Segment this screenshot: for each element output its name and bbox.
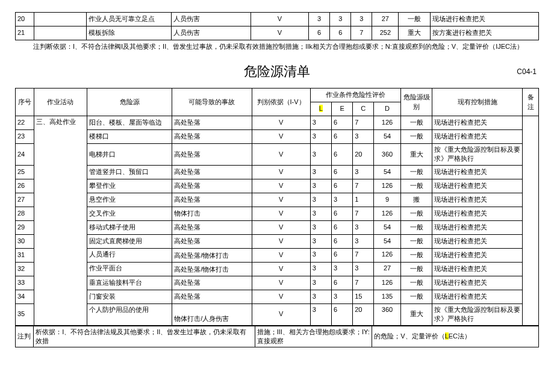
note-p2: 析依据：I、不符合法律法规及其他要求；II、曾发生过事故，仍未采取有效措 [34,326,255,347]
cell-basis: V [252,262,310,276]
cell-d: 126 [374,179,400,193]
cell-level: 一般 [400,116,432,130]
cell-ctrl: 现场进行检查把关 [432,193,523,207]
cell-d: 126 [374,248,400,262]
col-c: C [353,102,374,116]
cell-seq: 25 [16,165,34,179]
cell-ctrl: 现场进行检查把关 [432,220,523,234]
cell-d: 126 [374,116,400,130]
cell-d: 54 [374,165,400,179]
cell-seq: 29 [16,220,34,234]
cell-haz: 作业平面台 [87,262,172,276]
cell-basis: V [252,193,310,207]
cell-seq: 32 [16,262,34,276]
cell-seq: 24 [16,144,34,166]
cell-e: 6 [331,116,352,130]
cell-level: 一般 [400,220,432,234]
cell-ctrl: 现场进行检查把关 [432,290,523,303]
cell-e: 3 [330,13,351,26]
cell-ctrl: 现场进行检查把关 [432,165,523,179]
cell-level: 重大 [400,303,432,325]
document-title: 危险源清单 [244,63,310,81]
cell-seq: 35 [16,303,34,325]
header-row-1: 序号 作业活动 危险源 可能导致的事故 判别依据（I-V） 作业条件危险性评价 … [16,89,539,102]
cell-seq: 30 [16,234,34,248]
cell-e: 6 [331,234,352,248]
cell-act [34,26,87,40]
cell-d: 27 [372,13,399,26]
table-row: 26攀登作业高处坠落V367126一般现场进行检查把关 [16,179,539,193]
hazard-table: 序号 作业活动 危险源 可能导致的事故 判别依据（I-V） 作业条件危险性评价 … [15,88,539,326]
table-row: 29移动式梯子使用高处坠落V36354一般现场进行检查把关 [16,220,539,234]
cell-l: 3 [310,276,331,290]
cell-ctrl: 现场进行检查把关 [432,234,523,248]
col-e: E [331,102,352,116]
bottom-note-table: 注判 析依据：I、不符合法律法规及其他要求；II、曾发生过事故，仍未采取有效措 … [15,326,539,348]
cell-d: 9 [374,193,400,207]
cell-seq: 33 [16,276,34,290]
cell-l: 3 [310,303,331,325]
cell-e: 3 [331,262,352,276]
cell-e: 6 [331,303,352,325]
cell-d: 360 [374,144,400,166]
cell-note [523,116,539,326]
cell-acc: 高处坠落 [172,234,252,248]
top-footnote: 注判断依据：I、不符合法律阀I及其他要求；II、曾发生过事故，仍未采取有效措施控… [15,40,539,53]
cell-basis: V [252,248,310,262]
cell-act: 三、高处作业 [34,116,87,326]
cell-basis: V [252,179,310,193]
cell-l: 3 [310,248,331,262]
cell-haz: 模板拆除 [87,26,171,40]
cell-level: 重大 [400,144,432,166]
cell-basis: V [252,165,310,179]
cell-haz: 管道竖井口、预留口 [87,165,172,179]
cell-seq: 26 [16,179,34,193]
cell-l: 3 [310,193,331,207]
document-code: C04-1 [517,67,537,76]
cell-l: 3 [310,179,331,193]
cell-level: 一般 [400,207,432,220]
col-haz: 危险源 [87,89,172,116]
cell-ctrl: 现场进行检查把关 [432,179,523,193]
cell-level: 搬 [400,193,432,207]
cell-haz: 移动式梯子使用 [87,220,172,234]
cell-c: 7 [353,179,374,193]
cell-acc: 物体打击/人身伤害 [172,303,252,325]
cell-l: 3 [310,290,331,303]
cell-e: 6 [331,144,352,166]
cell-e: 6 [331,179,352,193]
bottom-note-row: 注判 析依据：I、不符合法律法规及其他要求；II、曾发生过事故，仍未采取有效措 … [16,326,539,347]
cell-l: 3 [310,207,331,220]
cell-d: 126 [374,276,400,290]
cell-level: 一般 [400,248,432,262]
cell-level: 一般 [400,130,432,144]
cell-ctrl: 按《重大危险源控制目标及要求》严格执行 [432,144,523,166]
cell-seq: 20 [16,13,34,26]
cell-ctrl: 现场进行检查把关 [430,13,538,26]
cell-seq: 34 [16,290,34,303]
cell-acc: 高处坠落 [172,220,252,234]
title-row: 危险源清单 C04-1 [15,63,539,81]
cell-e: 6 [331,130,352,144]
cell-acc: 高处坠落 [172,165,252,179]
cell-basis: V [251,26,309,40]
col-ctrl: 现有控制措施 [432,89,523,116]
col-basis: 判别依据（I-V） [252,89,310,116]
cell-c: 3 [353,130,374,144]
table-row: 25管道竖井口、预留口高处坠落V36354一般现场进行检查把关 [16,165,539,179]
table-row: 22三、高处作业阳台、楼板、屋面等临边高处坠落V367126一般现场进行检查把关 [16,116,539,130]
cell-level: 重大 [399,26,431,40]
cell-d: 27 [374,262,400,276]
cell-act [34,13,87,26]
cell-haz: 作业人员无可靠立足点 [87,13,171,26]
cell-seq: 28 [16,207,34,220]
cell-c: 3 [353,220,374,234]
col-acc: 可能导致的事故 [172,89,252,116]
cell-basis: V [252,276,310,290]
cell-c: 7 [351,26,372,40]
cell-d: 54 [374,220,400,234]
cell-ctrl: 现场进行检查把关 [432,130,523,144]
cell-e: 3 [331,290,352,303]
table-row: 23楼梯口高处坠落V36354一般现场进行检查把关 [16,130,539,144]
cell-seq: 31 [16,248,34,262]
